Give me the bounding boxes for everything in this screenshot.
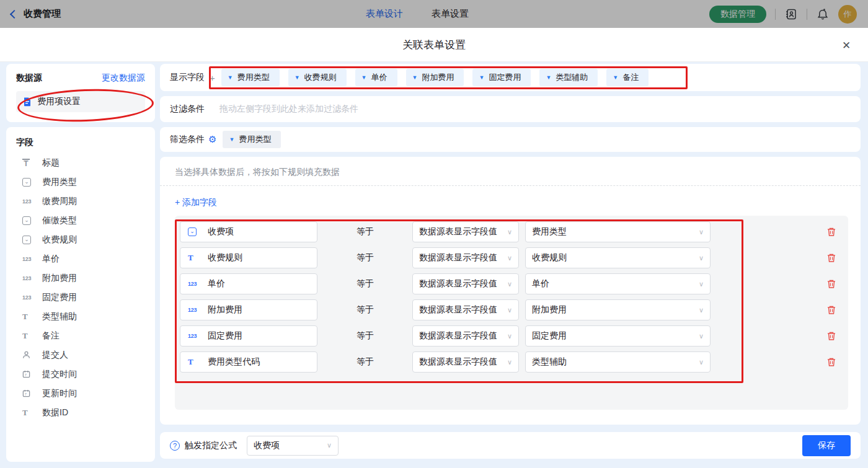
rule-value-dropdown[interactable]: 类型辅助∨ xyxy=(525,351,711,373)
fields-title: 字段 xyxy=(16,137,145,148)
back-chevron-icon[interactable] xyxy=(10,9,19,18)
rule-value-dropdown[interactable]: 固定费用∨ xyxy=(525,325,711,347)
filter-dropzone[interactable]: 拖动左侧字段到此处来添加过滤条件 xyxy=(219,104,358,115)
rule-field-select[interactable]: 123 附加费用 xyxy=(180,299,317,320)
chevron-down-icon: ∨ xyxy=(507,358,512,366)
field-item[interactable]: 7 更新时间 xyxy=(16,384,145,403)
rule-field-select[interactable]: T 收费规则 xyxy=(180,247,317,268)
trash-icon[interactable] xyxy=(826,305,836,315)
rule-source-dropdown[interactable]: 数据源表显示字段值∨ xyxy=(412,221,519,242)
field-tag[interactable]: ▼备注 xyxy=(606,69,649,86)
field-item[interactable]: ⌄ 催缴类型 xyxy=(16,211,145,230)
formula-label: 触发指定公式 xyxy=(185,440,237,451)
trash-icon[interactable] xyxy=(826,253,836,263)
field-item[interactable]: 123 缴费周期 xyxy=(16,192,145,211)
add-display-field-button[interactable]: + xyxy=(210,73,215,83)
text-icon: T xyxy=(188,357,202,367)
field-item-title[interactable]: T 标题 xyxy=(16,153,145,172)
user-icon xyxy=(22,351,36,359)
select-icon: ⌄ xyxy=(22,216,36,225)
rule-source-dropdown[interactable]: 数据源表显示字段值∨ xyxy=(412,351,519,373)
save-button[interactable]: 保存 xyxy=(802,435,851,456)
rule-value-dropdown[interactable]: 收费规则∨ xyxy=(525,247,711,268)
rule-field-select[interactable]: ⌄ 收费项 xyxy=(180,221,317,242)
caret-down-icon: ▼ xyxy=(546,74,551,81)
chevron-down-icon: ∨ xyxy=(699,358,704,366)
field-item[interactable]: 123 单价 xyxy=(16,249,145,268)
field-tag[interactable]: ▼附加费用 xyxy=(406,69,464,86)
field-item[interactable]: 提交人 xyxy=(16,345,145,364)
chevron-down-icon: ∨ xyxy=(699,228,704,236)
number-icon: 123 xyxy=(22,256,36,262)
rules-card: 当选择具体数据后，将按如下规则填充数据 + 添加字段 ⌄ 收费项 等于 数据源表… xyxy=(160,157,861,425)
datasource-item[interactable]: 费用项设置 xyxy=(16,91,145,112)
rule-field-select[interactable]: T 费用类型代码 xyxy=(180,351,317,373)
rule-field-select[interactable]: 123 固定费用 xyxy=(180,325,317,347)
field-tag[interactable]: ▼收费规则 xyxy=(288,69,347,86)
topbar-tabs: 表单设计 表单设置 xyxy=(366,8,469,20)
tab-form-design[interactable]: 表单设计 xyxy=(366,8,403,20)
rule-value-dropdown[interactable]: 费用类型∨ xyxy=(525,221,711,242)
formula-select[interactable]: 收费项 ∨ xyxy=(247,436,339,456)
field-label: 催缴类型 xyxy=(42,215,77,226)
data-manage-button[interactable]: 数据管理 xyxy=(709,6,766,23)
divider xyxy=(775,9,776,20)
rule-field-select[interactable]: 123 单价 xyxy=(180,273,317,294)
field-tag[interactable]: ▼类型辅助 xyxy=(539,69,598,86)
screen-filter-card: 筛选条件 ⚙ ▼费用类型 xyxy=(160,127,861,152)
field-item[interactable]: T 数据ID xyxy=(16,403,145,422)
rule-source-dropdown[interactable]: 数据源表显示字段值∨ xyxy=(412,273,519,294)
rule-value-dropdown[interactable]: 附加费用∨ xyxy=(525,299,711,320)
change-datasource-link[interactable]: 更改数据源 xyxy=(102,73,145,84)
rule-source-dropdown[interactable]: 数据源表显示字段值∨ xyxy=(412,325,519,347)
screen-filter-tag[interactable]: ▼费用类型 xyxy=(223,131,281,148)
trash-icon[interactable] xyxy=(826,331,836,341)
tab-form-settings[interactable]: 表单设置 xyxy=(432,8,469,20)
field-label: 标题 xyxy=(42,157,60,169)
tag-label: 附加费用 xyxy=(422,72,454,83)
field-item[interactable]: 123 附加费用 xyxy=(16,268,145,288)
dropdown-value: 数据源表显示字段值 xyxy=(419,356,497,368)
divider xyxy=(807,9,807,20)
field-item[interactable]: ⌄ 费用类型 xyxy=(16,172,145,192)
field-item[interactable]: 7 提交时间 xyxy=(16,364,145,384)
chevron-down-icon: ∨ xyxy=(699,280,704,288)
field-label: 备注 xyxy=(42,330,60,342)
field-item[interactable]: ⌄ 收费规则 xyxy=(16,230,145,249)
gear-icon[interactable]: ⚙ xyxy=(208,134,216,145)
field-item[interactable]: 123 固定费用 xyxy=(16,288,145,307)
datasource-card: 数据源 更改数据源 费用项设置 xyxy=(6,64,155,122)
close-icon[interactable]: ✕ xyxy=(839,38,853,52)
notification-bell-icon[interactable] xyxy=(816,7,830,21)
rule-field-label: 收费项 xyxy=(208,226,234,237)
rule-source-dropdown[interactable]: 数据源表显示字段值∨ xyxy=(412,299,519,320)
trash-icon[interactable] xyxy=(826,357,836,367)
trash-icon[interactable] xyxy=(826,227,836,237)
trash-icon[interactable] xyxy=(826,279,836,289)
field-item[interactable]: T 备注 xyxy=(16,326,145,345)
user-avatar[interactable]: 作 xyxy=(838,5,857,24)
rule-row: 123 单价 等于 数据源表显示字段值∨ 单价∨ xyxy=(175,273,848,294)
screen-filter-label: 筛选条件 xyxy=(170,134,205,145)
add-field-link[interactable]: + 添加字段 xyxy=(160,186,232,217)
field-tag[interactable]: ▼单价 xyxy=(355,69,397,86)
approval-book-icon[interactable] xyxy=(784,7,798,21)
tag-label: 类型辅助 xyxy=(556,72,588,83)
caret-down-icon: ▼ xyxy=(229,136,234,143)
field-tag[interactable]: ▼固定费用 xyxy=(472,69,531,86)
help-icon[interactable]: ? xyxy=(170,441,180,451)
field-label: 费用类型 xyxy=(42,177,77,188)
rule-value-dropdown[interactable]: 单价∨ xyxy=(525,273,711,294)
field-tag[interactable]: ▼费用类型 xyxy=(221,69,280,86)
app-title[interactable]: 收费管理 xyxy=(24,8,61,20)
select-icon: ⌄ xyxy=(22,178,36,187)
dropdown-value: 收费规则 xyxy=(532,252,567,263)
rule-operator: 等于 xyxy=(356,252,394,263)
formula-value: 收费项 xyxy=(254,440,280,451)
rule-source-dropdown[interactable]: 数据源表显示字段值∨ xyxy=(412,247,519,268)
dropdown-value: 数据源表显示字段值 xyxy=(419,252,497,263)
text-icon: T xyxy=(188,253,202,263)
field-item[interactable]: T 类型辅助 xyxy=(16,307,145,326)
caret-down-icon: ▼ xyxy=(613,74,618,81)
rule-field-label: 附加费用 xyxy=(208,304,242,316)
